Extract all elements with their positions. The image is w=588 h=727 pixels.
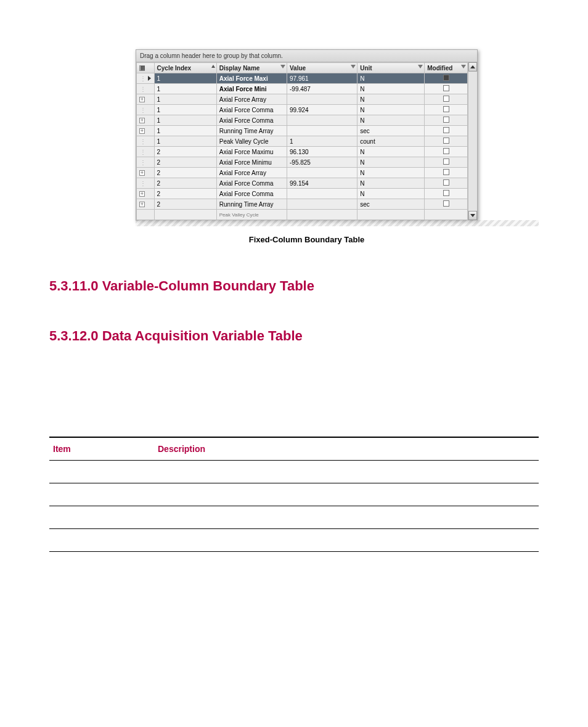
cell-cycle-index[interactable]: 1 [154, 105, 216, 115]
table-row[interactable]: ⋮2Axial Force Comma99.154N [137, 178, 468, 189]
cell-modified[interactable] [425, 84, 468, 94]
cell-value[interactable] [287, 115, 357, 126]
cell-modified[interactable] [425, 199, 468, 210]
modified-checkbox[interactable] [443, 148, 449, 154]
cell-modified[interactable] [425, 189, 468, 199]
modified-checkbox[interactable] [443, 96, 449, 102]
cell-display-name[interactable]: Running Time Array [216, 199, 287, 210]
table-row[interactable]: +1Running Time Arraysec [137, 126, 468, 136]
cell-cycle-index[interactable]: 2 [154, 178, 216, 189]
cell-value[interactable]: -95.825 [287, 157, 357, 168]
table-row[interactable]: ⋮2Axial Force Maximu96.130N [137, 147, 468, 157]
cell-unit[interactable]: N [357, 157, 425, 168]
cell-cycle-index[interactable]: 1 [154, 94, 216, 105]
scroll-down-button[interactable] [468, 211, 477, 220]
modified-checkbox[interactable] [443, 138, 449, 144]
table-row[interactable]: ⋮1Axial Force Comma99.924N [137, 105, 468, 115]
cell-value[interactable]: 99.154 [287, 178, 357, 189]
cell-cycle-index[interactable]: 1 [154, 115, 216, 126]
row-tree-cell[interactable]: ⋮ [137, 147, 155, 157]
cell-modified[interactable] [425, 105, 468, 115]
col-header-cycle-index[interactable]: Cycle Index [154, 63, 216, 73]
cell-modified[interactable] [425, 168, 468, 178]
table-row[interactable]: ⋮1Axial Force Maxi97.961N [137, 73, 468, 84]
modified-checkbox[interactable] [443, 117, 449, 123]
cell-cycle-index[interactable]: 2 [154, 189, 216, 199]
cell-modified[interactable] [425, 178, 468, 189]
row-tree-cell[interactable]: + [137, 126, 155, 136]
row-tree-cell[interactable]: ⋮ [137, 157, 155, 168]
modified-checkbox[interactable] [443, 179, 449, 186]
scroll-up-button[interactable] [468, 62, 477, 72]
expand-icon[interactable]: + [139, 170, 145, 176]
table-row[interactable]: +1Axial Force CommaN [137, 115, 468, 126]
table-row[interactable]: ⋮2Axial Force Minimu-95.825N [137, 157, 468, 168]
modified-checkbox[interactable] [443, 85, 449, 91]
cell-display-name[interactable]: Axial Force Array [216, 94, 287, 105]
col-header-display-name[interactable]: Display Name [216, 63, 287, 73]
cell-unit[interactable]: N [357, 94, 425, 105]
cell-unit[interactable]: N [357, 84, 425, 94]
row-tree-cell[interactable]: ⋮ [137, 178, 155, 189]
row-selector-header[interactable]: ▦ [137, 63, 155, 73]
cell-modified[interactable] [425, 157, 468, 168]
cell-unit[interactable]: sec [357, 126, 425, 136]
expand-icon[interactable]: + [139, 191, 145, 197]
col-header-modified[interactable]: Modified [425, 63, 468, 73]
table-row[interactable]: ⋮1Axial Force Mini-99.487N [137, 84, 468, 94]
cell-unit[interactable]: N [357, 105, 425, 115]
modified-checkbox[interactable] [443, 200, 449, 207]
cell-value[interactable] [287, 199, 357, 210]
table-row[interactable]: +1Axial Force ArrayN [137, 94, 468, 105]
cell-value[interactable]: -99.487 [287, 84, 357, 94]
row-tree-cell[interactable]: ⋮ [137, 136, 155, 147]
cell-value[interactable] [287, 94, 357, 105]
cell-display-name[interactable]: Axial Force Comma [216, 178, 287, 189]
modified-checkbox[interactable] [443, 169, 449, 175]
table-row[interactable]: ⋮1Peak Valley Cycle1count [137, 136, 468, 147]
cell-unit[interactable]: N [357, 115, 425, 126]
cell-unit[interactable]: N [357, 178, 425, 189]
cell-display-name[interactable]: Axial Force Comma [216, 105, 287, 115]
cell-value[interactable]: 99.924 [287, 105, 357, 115]
cell-cycle-index[interactable]: 2 [154, 157, 216, 168]
cell-display-name[interactable]: Axial Force Minimu [216, 157, 287, 168]
cell-unit[interactable]: sec [357, 199, 425, 210]
cell-display-name[interactable]: Axial Force Comma [216, 115, 287, 126]
cell-value[interactable] [287, 126, 357, 136]
vertical-scrollbar[interactable] [468, 62, 477, 220]
cell-value[interactable] [287, 189, 357, 199]
cell-display-name[interactable]: Axial Force Array [216, 168, 287, 178]
expand-icon[interactable]: + [139, 97, 145, 102]
cell-display-name[interactable]: Axial Force Maximu [216, 147, 287, 157]
cell-modified[interactable] [425, 147, 468, 157]
row-tree-cell[interactable]: + [137, 168, 155, 178]
table-row[interactable]: Peak Valley Cycle [137, 210, 468, 220]
cell-unit[interactable]: N [357, 189, 425, 199]
cell-display-name[interactable]: Axial Force Maxi [216, 73, 287, 84]
cell-cycle-index[interactable]: 2 [154, 147, 216, 157]
cell-modified[interactable] [425, 115, 468, 126]
table-row[interactable]: +2Axial Force CommaN [137, 189, 468, 199]
cell-modified[interactable] [425, 94, 468, 105]
cell-modified[interactable] [425, 126, 468, 136]
boundary-table-grid[interactable]: ▦ Cycle Index Display Name V [136, 62, 468, 220]
table-row[interactable]: +2Running Time Arraysec [137, 199, 468, 210]
cell-display-name[interactable]: Peak Valley Cycle [216, 136, 287, 147]
cell-display-name[interactable]: Axial Force Mini [216, 84, 287, 94]
cell-unit[interactable]: count [357, 136, 425, 147]
cell-display-name[interactable]: Axial Force Comma [216, 189, 287, 199]
row-tree-cell[interactable]: + [137, 94, 155, 105]
modified-checkbox[interactable] [443, 75, 449, 81]
cell-value[interactable]: 97.961 [287, 73, 357, 84]
col-header-unit[interactable]: Unit [357, 63, 425, 73]
cell-modified[interactable] [425, 136, 468, 147]
expand-icon[interactable]: + [139, 202, 145, 207]
modified-checkbox[interactable] [443, 127, 449, 133]
cell-cycle-index[interactable]: 1 [154, 84, 216, 94]
row-tree-cell[interactable]: + [137, 115, 155, 126]
column-chooser-icon[interactable]: ▦ [139, 65, 145, 71]
cell-unit[interactable]: N [357, 73, 425, 84]
table-row[interactable]: +2Axial Force ArrayN [137, 168, 468, 178]
col-header-value[interactable]: Value [287, 63, 357, 73]
